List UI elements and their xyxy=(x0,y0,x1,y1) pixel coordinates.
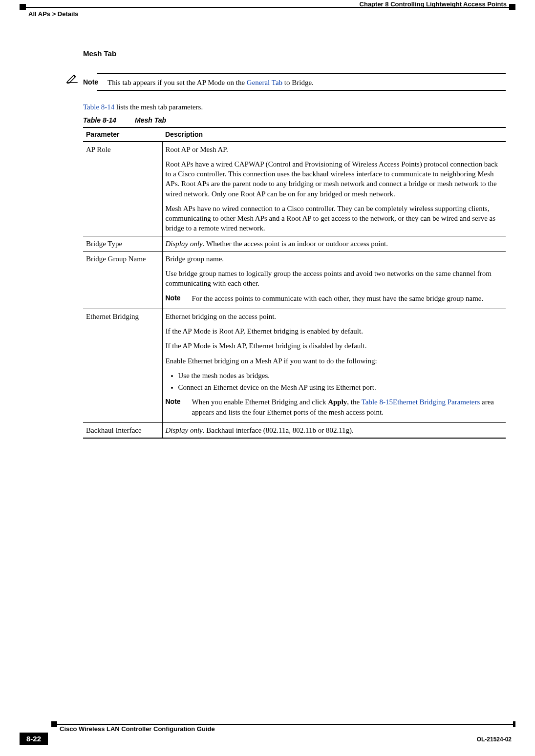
header-marker-left xyxy=(20,4,26,10)
document-number: OL-21524-02 xyxy=(477,735,512,743)
note-text: For the access points to communicate wit… xyxy=(192,294,503,303)
table-caption-title: Mesh Tab xyxy=(135,116,166,124)
desc-backhaul-interface: Display only. Backhaul interface (802.11… xyxy=(162,422,506,438)
list-item: Use the mesh nodes as bridges. xyxy=(178,371,503,380)
section-title: Mesh Tab xyxy=(83,49,506,59)
desc-text: . Whether the access point is an indoor … xyxy=(203,240,388,248)
note-callout: Note This tab appears if you set the AP … xyxy=(66,70,506,93)
table-row: Ethernet Bridging Ethernet bridging on t… xyxy=(83,309,506,422)
param-ap-role: AP Role xyxy=(83,142,162,236)
note-text-pre: When you enable Ethernet Bridging and cl… xyxy=(192,398,328,406)
display-only-emph: Display only xyxy=(166,426,203,434)
desc-text: Root AP or Mesh AP. xyxy=(166,145,503,154)
table-8-15-link[interactable]: Table 8-15Ethernet Bridging Parameters xyxy=(362,398,480,406)
table-row: AP Role Root AP or Mesh AP. Root APs hav… xyxy=(83,142,506,236)
table-row: Backhaul Interface Display only. Backhau… xyxy=(83,422,506,438)
intro-paragraph: Table 8-14 lists the mesh tab parameters… xyxy=(83,102,506,112)
table-caption-number: Table 8-14 xyxy=(83,116,135,124)
header-marker-right xyxy=(509,4,515,10)
bullet-list: Use the mesh nodes as bridges. Connect a… xyxy=(171,371,503,393)
page-footer: Cisco Wireless LAN Controller Configurat… xyxy=(0,724,535,746)
column-header-parameter: Parameter xyxy=(83,127,162,142)
row-note: Note When you enable Ethernet Bridging a… xyxy=(166,397,503,417)
desc-text: If the AP Mode is Root AP, Ethernet brid… xyxy=(166,326,503,336)
row-note: Note For the access points to communicat… xyxy=(166,294,503,303)
table-caption: Table 8-14Mesh Tab xyxy=(83,116,506,125)
table-row: Bridge Group Name Bridge group name. Use… xyxy=(83,251,506,309)
page-content: Mesh Tab Note This tab appears if you se… xyxy=(83,49,506,439)
table-row: Bridge Type Display only. Whether the ac… xyxy=(83,236,506,251)
footer-marker-left xyxy=(51,721,57,727)
note-text-prefix: This tab appears if you set the AP Mode … xyxy=(107,79,247,86)
guide-title: Cisco Wireless LAN Controller Configurat… xyxy=(60,725,215,734)
mesh-tab-table: Parameter Description AP Role Root AP or… xyxy=(83,127,506,439)
desc-text: If the AP Mode is Mesh AP, Ethernet brid… xyxy=(166,341,503,351)
desc-bridge-group-name: Bridge group name. Use bridge group name… xyxy=(162,251,506,309)
chapter-title: Chapter 8 Controlling Lightweight Access… xyxy=(360,0,507,9)
list-item: Connect an Ethernet device on the Mesh A… xyxy=(178,382,503,392)
note-text-mid: , the xyxy=(347,398,361,406)
desc-ethernet-bridging: Ethernet bridging on the access point. I… xyxy=(162,309,506,422)
footer-marker-right xyxy=(513,721,515,727)
page-header: Chapter 8 Controlling Lightweight Access… xyxy=(0,0,535,20)
desc-text: . Backhaul interface (802.11a, 802.11b o… xyxy=(203,426,354,434)
note-label: Note xyxy=(166,397,192,417)
desc-text: Ethernet bridging on the access point. xyxy=(166,312,503,321)
pencil-icon xyxy=(66,73,80,86)
display-only-emph: Display only xyxy=(166,240,203,248)
param-backhaul-interface: Backhaul Interface xyxy=(83,422,162,438)
desc-text: Use bridge group names to logically grou… xyxy=(166,269,503,289)
desc-text: Bridge group name. xyxy=(166,254,503,264)
desc-bridge-type: Display only. Whether the access point i… xyxy=(162,236,506,251)
intro-rest: lists the mesh tab parameters. xyxy=(114,103,203,111)
note-text: When you enable Ethernet Bridging and cl… xyxy=(192,397,503,417)
param-bridge-group-name: Bridge Group Name xyxy=(83,251,162,309)
note-text-suffix: to Bridge. xyxy=(282,79,314,86)
apply-label: Apply xyxy=(328,398,347,406)
desc-text: Mesh APs have no wired connection to a C… xyxy=(166,204,503,233)
param-bridge-type: Bridge Type xyxy=(83,236,162,251)
desc-text: Enable Ethernet bridging on a Mesh AP if… xyxy=(166,356,503,366)
table-ref-link[interactable]: Table 8-14 xyxy=(83,103,114,111)
general-tab-link[interactable]: General Tab xyxy=(247,79,282,86)
breadcrumb: All APs > Details xyxy=(28,10,78,19)
column-header-description: Description xyxy=(162,127,506,142)
note-text: This tab appears if you set the AP Mode … xyxy=(107,76,314,87)
note-label: Note xyxy=(166,294,192,303)
desc-text: Root APs have a wired CAPWAP (Control an… xyxy=(166,159,503,199)
page-number: 8-22 xyxy=(20,733,48,745)
desc-ap-role: Root AP or Mesh AP. Root APs have a wire… xyxy=(162,142,506,236)
note-label: Note xyxy=(80,76,107,87)
param-ethernet-bridging: Ethernet Bridging xyxy=(83,309,162,422)
